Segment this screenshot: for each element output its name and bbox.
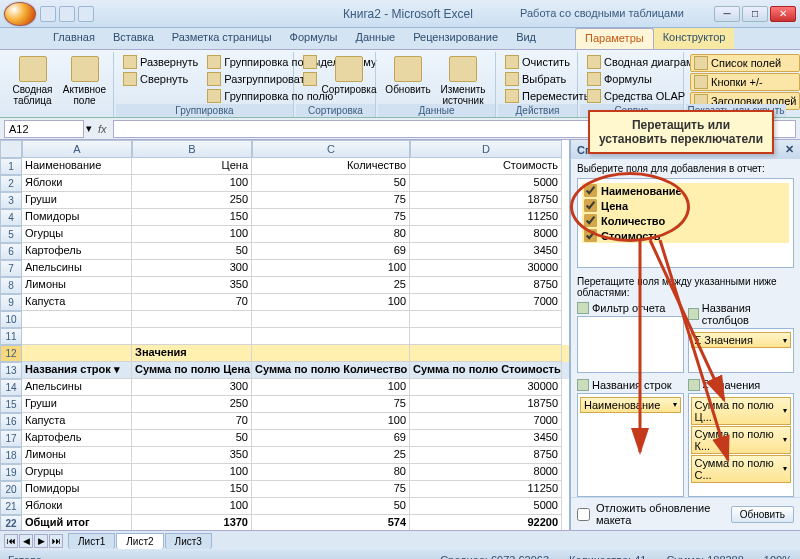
cell[interactable] bbox=[410, 345, 562, 362]
name-box-dropdown-icon[interactable]: ▾ bbox=[86, 122, 92, 135]
cell[interactable] bbox=[252, 311, 410, 328]
cell[interactable] bbox=[22, 311, 132, 328]
sheet-tab-3[interactable]: Лист3 bbox=[165, 533, 212, 549]
cell[interactable]: 30000 bbox=[410, 379, 562, 396]
cell[interactable]: 70 bbox=[132, 294, 252, 311]
tab-nav-next-icon[interactable]: ▶ bbox=[34, 534, 48, 548]
cell[interactable]: 7000 bbox=[410, 413, 562, 430]
cell[interactable] bbox=[410, 311, 562, 328]
cell[interactable]: 100 bbox=[132, 464, 252, 481]
pane-close-icon[interactable]: ✕ bbox=[785, 143, 794, 156]
cell[interactable]: 100 bbox=[252, 379, 410, 396]
cell[interactable]: Сумма по полю Количество bbox=[252, 362, 410, 379]
cell[interactable]: 300 bbox=[132, 260, 252, 277]
cell[interactable]: Капуста bbox=[22, 294, 132, 311]
fx-icon[interactable]: fx bbox=[94, 123, 111, 135]
active-field-button[interactable]: Активное поле bbox=[60, 54, 109, 115]
cell[interactable]: 75 bbox=[252, 209, 410, 226]
field-checkbox[interactable] bbox=[584, 214, 597, 227]
cell[interactable]: 75 bbox=[252, 396, 410, 413]
cell[interactable] bbox=[132, 311, 252, 328]
value-item[interactable]: Сумма по полю К...▾ bbox=[691, 426, 792, 454]
cell[interactable]: 8000 bbox=[410, 226, 562, 243]
pivot-table-button[interactable]: Сводная таблица bbox=[8, 54, 57, 115]
undo-icon[interactable] bbox=[59, 6, 75, 22]
row-header[interactable]: 14 bbox=[0, 379, 22, 396]
field-item[interactable]: Количество bbox=[582, 213, 789, 228]
field-item[interactable]: Наименование bbox=[582, 183, 789, 198]
row-item[interactable]: Наименование▾ bbox=[580, 397, 681, 413]
sheet-tab-1[interactable]: Лист1 bbox=[68, 533, 115, 549]
cell[interactable]: 75 bbox=[252, 481, 410, 498]
row-header[interactable]: 9 bbox=[0, 294, 22, 311]
cell[interactable]: Сумма по полю Стоимость bbox=[410, 362, 562, 379]
row-header[interactable]: 19 bbox=[0, 464, 22, 481]
cell[interactable]: 250 bbox=[132, 396, 252, 413]
cell[interactable]: 150 bbox=[132, 481, 252, 498]
row-header[interactable]: 6 bbox=[0, 243, 22, 260]
cell[interactable]: 1370 bbox=[132, 515, 252, 530]
cell[interactable]: Апельсины bbox=[22, 379, 132, 396]
cell[interactable]: 3450 bbox=[410, 243, 562, 260]
row-header[interactable]: 4 bbox=[0, 209, 22, 226]
cell[interactable]: 8000 bbox=[410, 464, 562, 481]
tab-insert[interactable]: Вставка bbox=[104, 28, 163, 49]
col-item[interactable]: Σ Значения▾ bbox=[691, 332, 792, 348]
field-list-button[interactable]: Список полей bbox=[690, 54, 800, 72]
cell[interactable]: 100 bbox=[252, 260, 410, 277]
dz-columns[interactable]: Названия столбцов Σ Значения▾ bbox=[688, 300, 795, 373]
cell[interactable]: 80 bbox=[252, 464, 410, 481]
cell[interactable]: 50 bbox=[132, 243, 252, 260]
cell[interactable]: Яблоки bbox=[22, 175, 132, 192]
expand-button[interactable]: Развернуть bbox=[120, 54, 201, 70]
cell[interactable] bbox=[132, 328, 252, 345]
cell[interactable]: 100 bbox=[132, 498, 252, 515]
tab-nav-prev-icon[interactable]: ◀ bbox=[19, 534, 33, 548]
sort-az-button[interactable] bbox=[300, 54, 320, 70]
row-header[interactable]: 7 bbox=[0, 260, 22, 277]
cell[interactable]: Лимоны bbox=[22, 277, 132, 294]
col-header-b[interactable]: B bbox=[132, 140, 252, 158]
row-header[interactable]: 1 bbox=[0, 158, 22, 175]
row-header[interactable]: 3 bbox=[0, 192, 22, 209]
row-header[interactable]: 21 bbox=[0, 498, 22, 515]
cell[interactable]: 250 bbox=[132, 192, 252, 209]
cell[interactable]: 80 bbox=[252, 226, 410, 243]
cell[interactable]: 7000 bbox=[410, 294, 562, 311]
row-header[interactable]: 15 bbox=[0, 396, 22, 413]
cell[interactable]: 5000 bbox=[410, 175, 562, 192]
dz-values[interactable]: Σ Значения Сумма по полю Ц...▾Сумма по п… bbox=[688, 377, 795, 498]
col-header-c[interactable]: C bbox=[252, 140, 410, 158]
cell[interactable] bbox=[252, 328, 410, 345]
redo-icon[interactable] bbox=[78, 6, 94, 22]
row-header[interactable]: 22 bbox=[0, 515, 22, 530]
cell[interactable]: 300 bbox=[132, 379, 252, 396]
save-icon[interactable] bbox=[40, 6, 56, 22]
cell[interactable]: Цена bbox=[132, 158, 252, 175]
sort-za-button[interactable] bbox=[300, 71, 320, 87]
cell[interactable]: 75 bbox=[252, 192, 410, 209]
clear-button[interactable]: Очистить bbox=[502, 54, 592, 70]
cell[interactable]: 5000 bbox=[410, 498, 562, 515]
cell[interactable]: Капуста bbox=[22, 413, 132, 430]
row-header[interactable]: 5 bbox=[0, 226, 22, 243]
cell[interactable]: Лимоны bbox=[22, 447, 132, 464]
cell[interactable]: Картофель bbox=[22, 243, 132, 260]
dz-rows[interactable]: Названия строк Наименование▾ bbox=[577, 377, 684, 498]
row-header[interactable]: 8 bbox=[0, 277, 22, 294]
tab-pivot-design[interactable]: Конструктор bbox=[654, 28, 735, 49]
cell[interactable]: Картофель bbox=[22, 430, 132, 447]
cell[interactable] bbox=[410, 328, 562, 345]
cell[interactable]: 30000 bbox=[410, 260, 562, 277]
cell[interactable]: 69 bbox=[252, 430, 410, 447]
row-header[interactable]: 13 bbox=[0, 362, 22, 379]
cell[interactable]: 100 bbox=[132, 226, 252, 243]
value-item[interactable]: Сумма по полю Ц...▾ bbox=[691, 397, 792, 425]
value-item[interactable]: Сумма по полю С...▾ bbox=[691, 455, 792, 483]
cell[interactable]: 100 bbox=[132, 175, 252, 192]
row-header[interactable]: 16 bbox=[0, 413, 22, 430]
row-header[interactable]: 2 bbox=[0, 175, 22, 192]
cell[interactable]: 11250 bbox=[410, 209, 562, 226]
cell[interactable]: 8750 bbox=[410, 447, 562, 464]
cell[interactable]: 150 bbox=[132, 209, 252, 226]
